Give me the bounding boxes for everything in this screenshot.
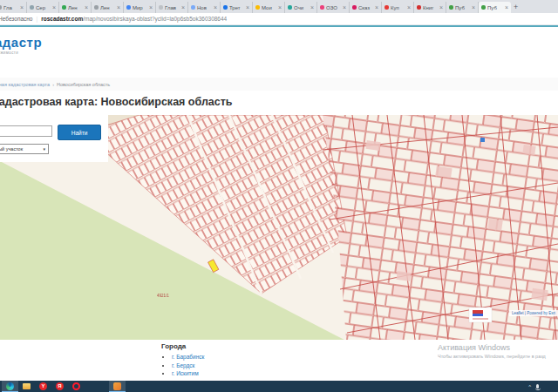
tab-favicon <box>223 5 228 10</box>
search-button[interactable]: Найти <box>58 125 101 140</box>
photos-icon[interactable] <box>109 381 126 392</box>
tab-close-icon[interactable]: × <box>117 5 120 10</box>
tab-close-icon[interactable]: × <box>343 5 346 10</box>
tab-favicon <box>30 5 34 10</box>
browser-tab[interactable]: Мои × <box>253 2 285 13</box>
tab-title: Мир <box>133 5 147 10</box>
city-link[interactable]: г. Бердск <box>172 362 194 368</box>
browser-tab[interactable]: Куп × <box>382 2 414 13</box>
tab-title: Пуб <box>487 5 503 10</box>
tab-favicon <box>481 5 486 10</box>
tab-close-icon[interactable]: × <box>181 5 185 10</box>
tab-favicon <box>0 5 2 10</box>
browser-tab[interactable]: Лен × <box>92 2 124 13</box>
city-link[interactable]: г. Барабинск <box>172 354 204 360</box>
tab-close-icon[interactable]: × <box>472 5 475 10</box>
tab-title: Трет <box>229 5 244 10</box>
opera-icon[interactable] <box>68 381 85 392</box>
tab-favicon <box>191 5 195 10</box>
edge-icon[interactable] <box>2 381 18 392</box>
tab-favicon <box>159 5 163 10</box>
browser-tab[interactable]: Глав × <box>156 2 188 13</box>
tab-favicon <box>352 5 357 10</box>
map-attribution[interactable]: Leaflet | Powered by Esri <box>509 310 558 316</box>
new-tab-button[interactable]: + <box>514 3 518 12</box>
windows-taskbar: Y Я ^ <box>0 381 558 392</box>
tab-favicon <box>62 5 66 10</box>
browser-tab[interactable]: ОЗО × <box>317 2 350 13</box>
browser-tab[interactable]: Нов × <box>188 2 221 13</box>
browser-tab[interactable]: Сер × <box>27 2 59 13</box>
system-tray: ^ <box>528 381 539 392</box>
tab-title: Книг <box>423 5 438 10</box>
tab-close-icon[interactable]: × <box>85 5 88 10</box>
yandex-browser-icon[interactable]: Я <box>51 381 68 392</box>
tab-title: Сер <box>36 5 51 10</box>
city-link[interactable]: г. Искитим <box>172 370 199 376</box>
tab-favicon <box>384 5 389 10</box>
page-title: Кадастровая карта: Новосибирская область <box>0 96 233 108</box>
url-path: /map/novosibirskaya-oblast?yclid=la0p6sb… <box>83 16 227 22</box>
browser-tab[interactable]: Книг × <box>414 2 446 13</box>
tab-favicon <box>288 5 292 10</box>
tab-close-icon[interactable]: × <box>439 5 443 10</box>
tab-title: Мои <box>262 5 276 10</box>
tab-title: Пуб <box>455 5 470 10</box>
tab-close-icon[interactable]: × <box>278 5 282 10</box>
browser-tab[interactable]: Трет × <box>221 2 253 13</box>
tab-close-icon[interactable]: × <box>375 5 378 10</box>
urban-parcels-grid[interactable] <box>323 115 558 340</box>
poi-blue-marker[interactable] <box>480 138 485 142</box>
tab-close-icon[interactable]: × <box>310 5 314 10</box>
watermark-subtitle: Чтобы активировать Windows, перейдите в … <box>438 354 546 359</box>
cities-heading: Города <box>161 342 204 350</box>
map-container[interactable]: 4921/1 ~ Найти Земельный участок ▾ Leafl… <box>0 115 558 340</box>
site-header: кадастр недвижимости <box>0 27 558 64</box>
security-status-label[interactable]: Небезопасно <box>0 16 32 22</box>
breadcrumb-parent-link[interactable]: Публичная кадастровая карта <box>0 82 50 87</box>
browser-address-bar[interactable]: Небезопасно | roscadastr.com /map/novosi… <box>0 13 558 25</box>
tab-title: Лен <box>68 5 83 10</box>
cities-list: г. Барабинск г. Бердск г. Искитим <box>161 353 204 378</box>
breadcrumb: Публичная кадастровая карта › Новосибирс… <box>0 78 558 91</box>
tab-favicon <box>320 5 324 10</box>
cities-section: Города г. Барабинск г. Бердск г. Искитим <box>161 342 204 378</box>
chevron-down-icon: ▾ <box>43 146 45 152</box>
browser-tab[interactable]: Очи × <box>285 2 317 13</box>
city-list-item: г. Барабинск <box>172 353 204 362</box>
breadcrumb-current: Новосибирская область <box>57 82 110 87</box>
browser-tab[interactable]: Гла × <box>0 2 27 13</box>
yandex-search-icon[interactable]: Y <box>35 381 51 392</box>
poi-flag-card[interactable] <box>469 308 492 322</box>
tab-title: Сказ <box>358 5 373 10</box>
field-parcel-label: 4921/1 <box>157 294 169 298</box>
site-logo[interactable]: кадастр <box>0 35 42 50</box>
browser-tab[interactable]: Мир × <box>124 2 156 13</box>
show-hidden-icons-icon[interactable]: ^ <box>528 384 531 389</box>
microphone-icon[interactable] <box>536 384 539 389</box>
parcel-type-select[interactable]: Земельный участок ▾ <box>0 144 49 154</box>
tab-close-icon[interactable]: × <box>407 5 411 10</box>
browser-tab[interactable]: Лен × <box>59 2 92 13</box>
address-divider: | <box>36 16 37 22</box>
tab-close-icon[interactable]: × <box>149 5 153 10</box>
watermark-title: Активация Windows <box>438 343 546 352</box>
site-nav <box>0 64 558 78</box>
title-row: Кадастровая карта: Новосибирская область <box>0 91 558 115</box>
search-input[interactable] <box>0 125 52 137</box>
tab-close-icon[interactable]: × <box>20 5 24 10</box>
browser-tab[interactable]: Пуб × <box>479 2 511 13</box>
browser-tab[interactable]: Сказ × <box>350 2 382 13</box>
tab-close-icon[interactable]: × <box>246 5 249 10</box>
tab-close-icon[interactable]: × <box>505 5 508 10</box>
site-logo-subtext: недвижимости <box>0 51 18 55</box>
nav-tab-land-tax[interactable] <box>0 65 10 78</box>
tab-favicon <box>449 5 453 10</box>
browser-tab[interactable]: Пуб × <box>446 2 479 13</box>
tab-title: Глав <box>165 5 180 10</box>
tab-title: Нов <box>197 5 212 10</box>
tab-close-icon[interactable]: × <box>214 5 217 10</box>
tab-close-icon[interactable]: × <box>52 5 56 10</box>
tab-favicon <box>255 5 260 10</box>
file-explorer-icon[interactable] <box>18 381 35 392</box>
